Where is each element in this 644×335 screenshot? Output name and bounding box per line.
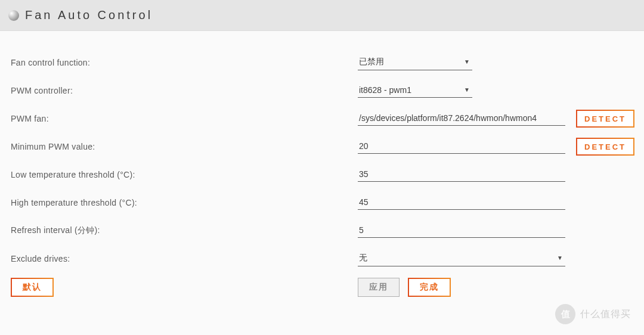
row-pwm-fan: PWM fan: DETECT [11, 110, 633, 128]
label-pwm-controller: PWM controller: [11, 86, 358, 95]
input-low-temp[interactable] [358, 168, 565, 182]
watermark: 值 什么值得买 [555, 304, 631, 324]
row-pwm-controller: PWM controller: it8628 - pwm1 ▼ [11, 82, 633, 100]
page-title: Fan Auto Control [25, 8, 153, 22]
footer-buttons: 默认 应用 完成 [11, 278, 633, 297]
watermark-badge-icon: 值 [555, 304, 575, 324]
label-fan-control-function: Fan control function: [11, 58, 358, 67]
row-exclude-drives: Exclude drives: 无 ▼ [11, 250, 633, 268]
row-min-pwm: Minimum PWM value: DETECT [11, 138, 633, 156]
label-high-temp: High temperature threshold (°C): [11, 198, 358, 207]
row-low-temp: Low temperature threshold (°C): [11, 166, 633, 184]
page-header: Fan Auto Control [0, 0, 644, 31]
done-button[interactable]: 完成 [408, 278, 451, 297]
watermark-text: 什么值得买 [580, 308, 631, 321]
detect-pwm-fan-button[interactable]: DETECT [576, 110, 634, 128]
fan-icon [8, 10, 19, 21]
default-button[interactable]: 默认 [11, 278, 54, 297]
input-pwm-fan[interactable] [358, 112, 565, 126]
select-fan-control-function[interactable]: 已禁用 [358, 55, 472, 70]
settings-form: Fan control function: 已禁用 ▼ PWM controll… [0, 31, 644, 297]
label-low-temp: Low temperature threshold (°C): [11, 170, 358, 179]
row-high-temp: High temperature threshold (°C): [11, 194, 633, 212]
select-pwm-controller[interactable]: it8628 - pwm1 [358, 84, 472, 98]
row-fan-control-function: Fan control function: 已禁用 ▼ [11, 54, 633, 72]
label-refresh-interval: Refresh interval (分钟): [11, 225, 358, 236]
label-pwm-fan: PWM fan: [11, 114, 358, 123]
detect-min-pwm-button[interactable]: DETECT [576, 138, 634, 156]
apply-button[interactable]: 应用 [358, 278, 400, 297]
input-refresh-interval[interactable] [358, 224, 565, 238]
row-refresh-interval: Refresh interval (分钟): [11, 222, 633, 240]
input-min-pwm[interactable] [358, 140, 565, 154]
label-exclude-drives: Exclude drives: [11, 254, 358, 263]
select-exclude-drives[interactable]: 无 [358, 252, 565, 266]
input-high-temp[interactable] [358, 196, 565, 210]
label-min-pwm: Minimum PWM value: [11, 142, 358, 151]
